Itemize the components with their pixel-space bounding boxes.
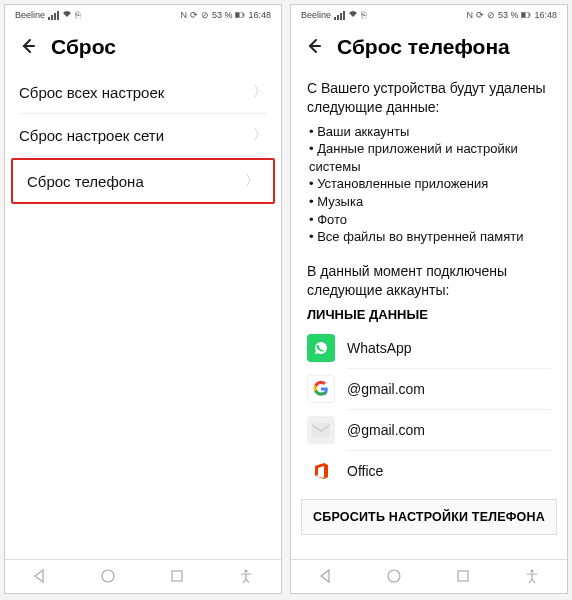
alarm-icon: ⊘ — [487, 10, 495, 20]
svg-point-13 — [388, 570, 400, 582]
wifi-icon — [348, 10, 358, 20]
bullet-list: Ваши аккаунты Данные приложений и настро… — [291, 117, 567, 254]
clock-text: 16:48 — [248, 10, 271, 20]
header: Сброс телефона — [291, 25, 567, 71]
menu-label: Сброс настроек сети — [19, 127, 164, 144]
svg-rect-14 — [458, 571, 468, 581]
bullet-item: Данные приложений и настройки системы — [309, 140, 551, 175]
signal-icon — [334, 11, 345, 20]
svg-point-6 — [244, 569, 247, 572]
nav-accessibility-icon[interactable] — [238, 568, 256, 586]
chevron-right-icon: 〉 — [245, 172, 259, 190]
menu-item-reset-network[interactable]: Сброс настроек сети 〉 — [5, 114, 281, 156]
nav-home-icon[interactable] — [386, 568, 404, 586]
nav-bar — [5, 559, 281, 593]
divider — [19, 156, 267, 157]
nfc-icon: N — [180, 10, 187, 20]
intro-text: С Вашего устройства будут удалены следую… — [291, 71, 567, 117]
clock-text: 16:48 — [534, 10, 557, 20]
nav-recent-icon[interactable] — [169, 568, 187, 586]
reset-menu: Сброс всех настроек 〉 Сброс настроек сет… — [5, 71, 281, 205]
phone-right: Beeline ⎘ N ⟳ ⊘ 53 % 16:48 Сброс телефон… — [290, 4, 568, 594]
whatsapp-icon — [307, 334, 335, 362]
account-label: Office — [347, 463, 383, 479]
back-icon[interactable] — [305, 37, 323, 58]
page-title: Сброс телефона — [337, 35, 510, 59]
battery-icon — [235, 10, 245, 20]
google-icon — [307, 375, 335, 403]
page-title: Сброс — [51, 35, 116, 59]
nav-home-icon[interactable] — [100, 568, 118, 586]
nav-bar — [291, 559, 567, 593]
bullet-item: Все файлы во внутренней памяти — [309, 228, 551, 246]
menu-label: Сброс телефона — [27, 173, 144, 190]
accounts-intro: В данный момент подключены следующие акк… — [291, 254, 567, 300]
account-label: @gmail.com — [347, 381, 425, 397]
chevron-right-icon: 〉 — [253, 126, 267, 144]
nav-accessibility-icon[interactable] — [524, 568, 542, 586]
signal-icon — [48, 11, 59, 20]
alarm-icon: ⊘ — [201, 10, 209, 20]
phone-left: Beeline ⎘ N ⟳ ⊘ 53 % 16:48 Сброс Сброс в… — [4, 4, 282, 594]
battery-text: 53 % — [498, 10, 519, 20]
reset-phone-button[interactable]: СБРОСИТЬ НАСТРОЙКИ ТЕЛЕФОНА — [301, 499, 557, 535]
accounts-list: WhatsApp @gmail.com @gmail.com Office — [291, 328, 567, 491]
account-row-mail[interactable]: @gmail.com — [291, 410, 567, 450]
status-bar: Beeline ⎘ N ⟳ ⊘ 53 % 16:48 — [5, 5, 281, 25]
sim2-icon: ⎘ — [361, 10, 366, 20]
nav-back-icon[interactable] — [317, 568, 335, 586]
bullet-item: Фото — [309, 211, 551, 229]
svg-point-4 — [102, 570, 114, 582]
nav-recent-icon[interactable] — [455, 568, 473, 586]
carrier-text: Beeline — [301, 10, 331, 20]
svg-rect-8 — [522, 13, 526, 18]
back-icon[interactable] — [19, 37, 37, 58]
nfc-icon: N — [466, 10, 473, 20]
bullet-item: Ваши аккаунты — [309, 123, 551, 141]
wifi-icon — [62, 10, 72, 20]
menu-item-reset-phone[interactable]: Сброс телефона 〉 — [11, 158, 275, 204]
menu-label: Сброс всех настроек — [19, 84, 164, 101]
svg-point-15 — [530, 569, 533, 572]
battery-text: 53 % — [212, 10, 233, 20]
header: Сброс — [5, 25, 281, 71]
account-row-whatsapp[interactable]: WhatsApp — [291, 328, 567, 368]
carrier-text: Beeline — [15, 10, 45, 20]
nav-back-icon[interactable] — [31, 568, 49, 586]
account-label: @gmail.com — [347, 422, 425, 438]
svg-rect-5 — [172, 571, 182, 581]
battery-icon — [521, 10, 531, 20]
menu-item-reset-all[interactable]: Сброс всех настроек 〉 — [5, 71, 281, 113]
account-row-google[interactable]: @gmail.com — [291, 369, 567, 409]
bullet-item: Музыка — [309, 193, 551, 211]
sync-icon: ⟳ — [190, 10, 198, 20]
svg-rect-12 — [312, 423, 330, 437]
account-row-office[interactable]: Office — [291, 451, 567, 491]
bullet-item: Установленные приложения — [309, 175, 551, 193]
mail-icon — [307, 416, 335, 444]
status-bar: Beeline ⎘ N ⟳ ⊘ 53 % 16:48 — [291, 5, 567, 25]
account-label: WhatsApp — [347, 340, 412, 356]
sim2-icon: ⎘ — [75, 10, 80, 20]
svg-rect-2 — [244, 14, 245, 17]
svg-rect-9 — [530, 14, 531, 17]
svg-rect-1 — [236, 13, 240, 18]
chevron-right-icon: 〉 — [253, 83, 267, 101]
section-title: ЛИЧНЫЕ ДАННЫЕ — [291, 299, 567, 328]
office-icon — [307, 457, 335, 485]
sync-icon: ⟳ — [476, 10, 484, 20]
